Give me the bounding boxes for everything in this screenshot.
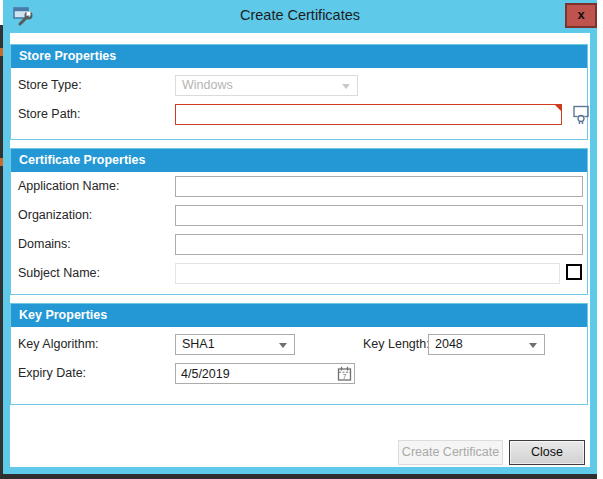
chevron-down-icon: [342, 84, 350, 89]
dialog-content: Store Properties Store Type: Windows Sto…: [10, 33, 590, 467]
chevron-down-icon: [529, 343, 537, 348]
subject-name-checkbox[interactable]: [566, 264, 582, 280]
validation-error-marker: [555, 105, 562, 112]
key-algorithm-value: SHA1: [182, 337, 215, 351]
store-properties-header: Store Properties: [11, 45, 587, 68]
close-button[interactable]: Close: [509, 440, 585, 465]
expiry-date-label: Expiry Date:: [18, 363, 86, 384]
key-properties-header: Key Properties: [11, 304, 587, 327]
application-name-label: Application Name:: [18, 176, 119, 197]
store-path-input[interactable]: [175, 104, 562, 125]
domains-label: Domains:: [18, 234, 71, 255]
dialog-title: Create Certificates: [3, 0, 597, 33]
calendar-icon[interactable]: 7: [337, 366, 352, 382]
domains-input[interactable]: [175, 234, 583, 255]
store-path-label: Store Path:: [18, 104, 81, 125]
organization-input[interactable]: [175, 205, 583, 226]
create-certificates-dialog: Create Certificates x Store Properties S…: [3, 0, 597, 474]
key-length-value: 2048: [435, 337, 463, 351]
chevron-down-icon: [279, 343, 287, 348]
titlebar[interactable]: Create Certificates x: [3, 0, 597, 33]
expiry-date-input[interactable]: [175, 363, 355, 384]
svg-text:7: 7: [343, 373, 347, 380]
certificate-browse-icon[interactable]: [572, 105, 590, 125]
create-certificate-button: Create Certificate: [398, 440, 503, 465]
store-type-value: Windows: [182, 78, 233, 92]
organization-label: Organization:: [18, 205, 92, 226]
desktop-edge-bottom: [0, 474, 597, 479]
subject-name-label: Subject Name:: [18, 263, 100, 284]
key-algorithm-dropdown[interactable]: SHA1: [175, 334, 295, 355]
key-length-dropdown[interactable]: 2048: [428, 334, 545, 355]
close-window-button[interactable]: x: [565, 3, 597, 28]
store-type-dropdown: Windows: [175, 75, 358, 96]
application-name-input[interactable]: [175, 176, 583, 197]
certificate-properties-header: Certificate Properties: [11, 149, 587, 172]
key-algorithm-label: Key Algorithm:: [18, 334, 99, 355]
store-type-label: Store Type:: [18, 75, 82, 96]
subject-name-input[interactable]: [175, 263, 560, 284]
key-length-label: Key Length:: [363, 334, 430, 355]
